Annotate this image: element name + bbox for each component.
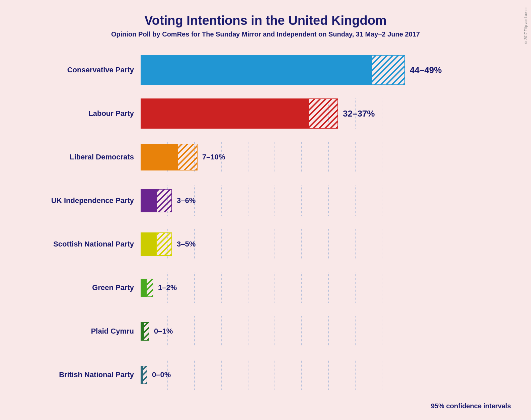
party-label: Green Party — [27, 283, 141, 292]
bar-hatch — [143, 322, 149, 341]
bar-row: British National Party0–0% — [27, 353, 511, 397]
party-label: Conservative Party — [27, 66, 141, 74]
party-label: British National Party — [27, 370, 141, 379]
bar-hatch — [177, 144, 198, 170]
copyright-text: © 2017 Filip van Laenen — [524, 7, 528, 44]
bar-row: Labour Party32–37% — [27, 92, 511, 135]
bar-row: Scottish National Party3–5% — [27, 222, 511, 266]
bar-wrapper: 3–5% — [141, 229, 511, 259]
bar-solid — [141, 322, 143, 341]
bar-solid — [141, 232, 156, 256]
party-label: UK Independence Party — [27, 196, 141, 205]
bar-hatch — [372, 55, 405, 85]
bar-hatch — [156, 232, 172, 256]
pct-label: 0–1% — [154, 327, 173, 336]
bar-row: Conservative Party44–49% — [27, 48, 511, 92]
party-label: Scottish National Party — [27, 240, 141, 249]
pct-label: 3–5% — [177, 240, 196, 249]
bar-wrapper: 7–10% — [141, 142, 511, 172]
bar-wrapper: 1–2% — [141, 273, 511, 303]
bar-solid — [141, 55, 372, 85]
bar-solid — [141, 98, 308, 129]
pct-label: 3–6% — [177, 196, 196, 205]
bar-hatch — [146, 279, 153, 297]
chart-title: Voting Intentions in the United Kingdom — [20, 13, 511, 28]
bar-solid — [141, 279, 146, 297]
bar-wrapper: 32–37% — [141, 98, 511, 129]
bar-wrapper: 0–0% — [141, 360, 511, 390]
pct-label: 32–37% — [343, 109, 375, 119]
bar-solid — [141, 189, 156, 212]
chart-container: Voting Intentions in the United Kingdom … — [0, 0, 531, 420]
bar-row: UK Independence Party3–6% — [27, 179, 511, 222]
pct-label: 7–10% — [202, 153, 225, 161]
bar-hatch — [156, 189, 172, 212]
bars-area: Conservative Party44–49%Labour Party32–3… — [20, 48, 511, 397]
confidence-note: 95% confidence intervals — [431, 402, 511, 410]
bar-wrapper: 0–1% — [141, 316, 511, 346]
bar-solid — [141, 144, 177, 170]
party-label: Plaid Cymru — [27, 327, 141, 336]
pct-label: 1–2% — [158, 283, 177, 292]
bar-wrapper: 44–49% — [141, 55, 511, 85]
bar-hatch — [308, 98, 338, 129]
pct-label: 44–49% — [410, 65, 442, 75]
bar-hatch — [143, 366, 147, 384]
bar-row: Liberal Democrats7–10% — [27, 135, 511, 179]
party-label: Liberal Democrats — [27, 153, 141, 161]
pct-label: 0–0% — [152, 370, 171, 379]
bar-row: Green Party1–2% — [27, 266, 511, 309]
bar-row: Plaid Cymru0–1% — [27, 309, 511, 353]
chart-subtitle: Opinion Poll by ComRes for The Sunday Mi… — [20, 30, 511, 38]
bar-wrapper: 3–6% — [141, 186, 511, 216]
party-label: Labour Party — [27, 109, 141, 118]
